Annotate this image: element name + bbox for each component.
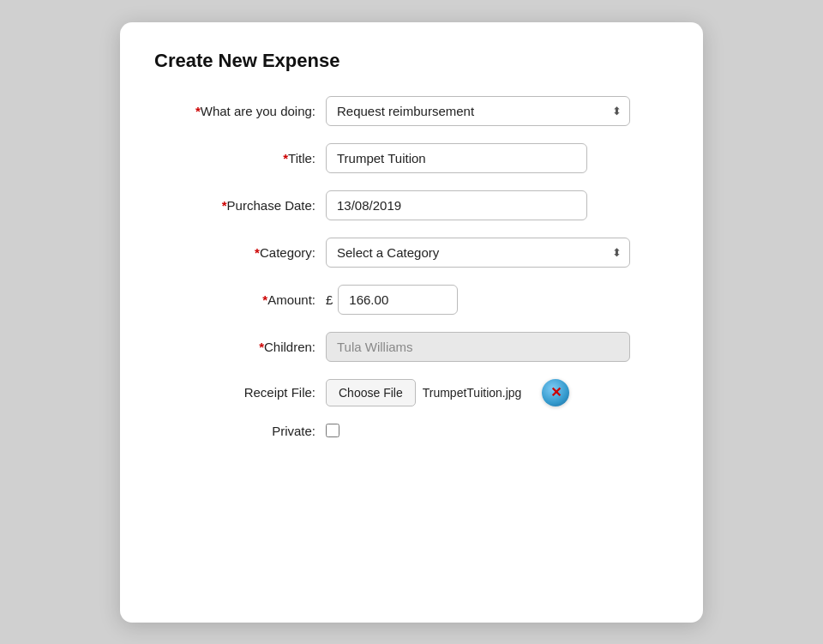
- purchase-date-label: *Purchase Date:: [154, 198, 326, 213]
- amount-label: *Amount:: [154, 292, 326, 307]
- title-input[interactable]: [326, 143, 587, 173]
- what-doing-row: *What are you doing: Request reimburseme…: [154, 96, 669, 126]
- purchase-date-input[interactable]: [326, 190, 587, 220]
- category-row: *Category: Select a CategoryMusicEducati…: [154, 238, 669, 268]
- amount-row: *Amount: £: [154, 285, 669, 315]
- title-row: *Title:: [154, 143, 669, 173]
- children-label: *Children:: [154, 340, 326, 354]
- what-doing-select-wrapper: Request reimbursementPurchaseClaim: [326, 96, 630, 126]
- dialog-title: Create New Expense: [154, 50, 669, 72]
- private-label: Private:: [154, 424, 326, 438]
- category-label: *Category:: [154, 245, 326, 260]
- receipt-row: Receipt File: Choose File TrumpetTuition…: [154, 379, 669, 406]
- category-select[interactable]: Select a CategoryMusicEducationSport: [326, 238, 630, 268]
- amount-input[interactable]: [338, 285, 458, 315]
- title-label: *Title:: [154, 151, 326, 166]
- delete-file-button[interactable]: ✕: [542, 379, 569, 406]
- private-checkbox-wrapper: [326, 424, 339, 437]
- private-row: Private:: [154, 424, 669, 438]
- what-doing-label: *What are you doing:: [154, 104, 326, 118]
- children-row: *Children:: [154, 332, 669, 362]
- amount-wrapper: £: [326, 285, 458, 315]
- choose-file-button[interactable]: Choose File: [326, 379, 416, 406]
- receipt-label: Receipt File:: [154, 385, 326, 400]
- private-checkbox[interactable]: [326, 424, 339, 437]
- category-select-wrapper: Select a CategoryMusicEducationSport: [326, 238, 630, 268]
- children-input[interactable]: [326, 332, 630, 362]
- delete-icon: ✕: [550, 386, 562, 400]
- create-expense-dialog: Create New Expense *What are you doing: …: [120, 22, 703, 623]
- currency-symbol: £: [326, 292, 333, 307]
- purchase-date-row: *Purchase Date:: [154, 190, 669, 220]
- what-doing-select[interactable]: Request reimbursementPurchaseClaim: [326, 96, 630, 126]
- receipt-content: Choose File TrumpetTuition.jpg ✕: [326, 379, 669, 406]
- file-name: TrumpetTuition.jpg: [423, 386, 522, 400]
